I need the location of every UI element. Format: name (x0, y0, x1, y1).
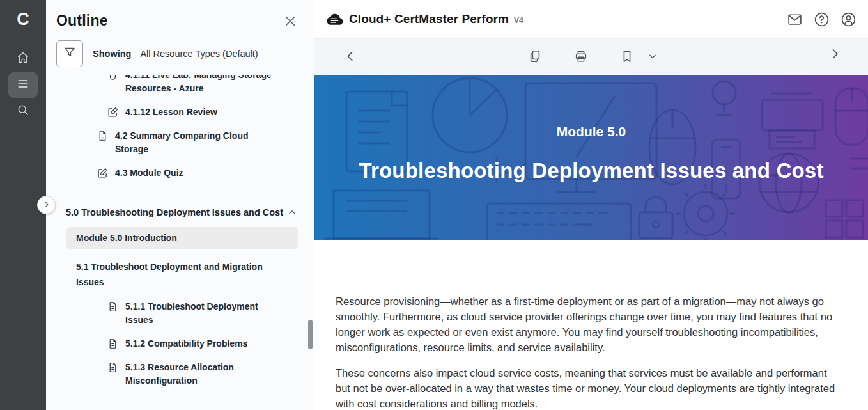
outline-section-5-0[interactable]: 5.0 Troubleshooting Deployment Issues an… (46, 207, 314, 217)
search-button[interactable] (8, 99, 38, 124)
close-icon (283, 19, 297, 30)
panel-collapse-toggle[interactable] (37, 196, 56, 214)
outline-item-5-1-2[interactable]: 5.1.2 Compatibility Problems (46, 337, 314, 351)
copy-icon (528, 49, 542, 66)
outline-item-label: 5.1.1 Troubleshoot Deployment Issues (125, 300, 284, 327)
next-page-button[interactable] (829, 49, 846, 66)
chevron-right-icon (43, 200, 50, 211)
outline-item-5-1-4[interactable]: 5.1.4 Instance Configuration and (46, 398, 314, 400)
filter-showing-label: Showing (93, 49, 131, 59)
edit-icon (97, 168, 108, 178)
close-outline-button[interactable] (283, 14, 297, 28)
filter-button[interactable] (56, 40, 83, 67)
lesson-toolbar (314, 39, 868, 75)
envelope-icon (787, 19, 803, 29)
lesson-paragraph: Resource provisioning—whether as a first… (336, 294, 842, 355)
home-button[interactable] (8, 46, 38, 72)
mouse-icon (107, 75, 118, 81)
outline-item-label: 4.1.11 Live Lab: Managing Storage Resour… (125, 75, 284, 95)
chevron-up-icon (288, 208, 297, 217)
module-title: Troubleshooting Deployment Issues and Co… (359, 159, 823, 183)
edit-icon (107, 107, 118, 118)
chevron-down-icon (648, 52, 657, 63)
filter-current-value: All Resource Types (Default) (140, 49, 258, 59)
chevron-right-icon (830, 49, 844, 66)
previous-page-button[interactable] (342, 49, 359, 66)
outline-item-label: 4.1.12 Lesson Review (125, 106, 217, 119)
printer-icon (574, 49, 588, 66)
lesson-paragraph: These concerns also impact cloud service… (336, 365, 842, 410)
main-content-area: Cloud+ CertMaster Perform V4 (314, 0, 868, 410)
bookmark-dropdown-button[interactable] (644, 49, 661, 66)
outline-item-5-1-3[interactable]: 5.1.3 Resource Allocation Misconfigurati… (46, 361, 314, 388)
outline-item-4-1-12[interactable]: 4.1.12 Lesson Review (46, 106, 314, 119)
outline-item-5-1[interactable]: 5.1 Troubleshoot Deployment and Migratio… (46, 259, 314, 290)
course-title: Cloud+ CertMaster Perform (349, 12, 509, 26)
bookmark-icon (620, 49, 634, 66)
outline-panel-title: Outline (56, 12, 108, 29)
home-icon (17, 51, 29, 67)
app-window: C Outline (0, 0, 868, 410)
resource-filter: Showing All Resource Types (Default) (56, 40, 304, 67)
outline-item-4-3[interactable]: 4.3 Module Quiz (46, 166, 314, 180)
document-icon (107, 338, 118, 349)
section-label: 5.0 Troubleshooting Deployment Issues an… (66, 207, 283, 217)
print-button[interactable] (573, 49, 589, 66)
outline-list: 4.1.11 Live Lab: Managing Storage Resour… (46, 75, 314, 400)
search-icon (17, 104, 29, 119)
document-icon (107, 399, 118, 400)
module-banner: Module 5.0 Troubleshooting Deployment Is… (314, 75, 868, 240)
outline-item-label: 4.3 Module Quiz (115, 166, 183, 180)
outline-divider (55, 194, 298, 194)
question-circle-icon (814, 19, 830, 29)
outline-item-5-1-1[interactable]: 5.1.1 Troubleshoot Deployment Issues (46, 300, 314, 327)
outline-item-label: 4.2 Summary Comparing Cloud Storage (115, 129, 254, 156)
outline-menu-button[interactable] (8, 72, 38, 98)
outline-panel: Outline Showing All Resource Types (Defa… (46, 0, 314, 410)
document-icon (107, 362, 118, 373)
lesson-body: Resource provisioning—whether as a first… (314, 240, 868, 410)
chevron-left-icon (343, 49, 357, 66)
outline-item-module-5-0-intro[interactable]: Module 5.0 Introduction (66, 227, 298, 249)
cloud-brand-icon (326, 13, 343, 26)
messages-button[interactable] (787, 12, 803, 28)
app-logo: C (17, 6, 29, 32)
account-button[interactable] (841, 12, 856, 28)
hamburger-menu-icon (17, 77, 29, 93)
outline-item-label: 5.1.3 Resource Allocation Misconfigurati… (125, 361, 284, 388)
help-button[interactable] (814, 12, 830, 28)
course-header: Cloud+ CertMaster Perform V4 (314, 0, 868, 39)
outline-item-label: 5.1 Troubleshoot Deployment and Migratio… (76, 259, 275, 290)
funnel-filter-icon (63, 46, 76, 61)
module-number-label: Module 5.0 (557, 124, 626, 139)
document-icon (97, 130, 108, 141)
outline-item-label: 5.1.4 Instance Configuration and (125, 398, 263, 400)
outline-item-4-2[interactable]: 4.2 Summary Comparing Cloud Storage (46, 129, 314, 156)
outline-item-4-1-11[interactable]: 4.1.11 Live Lab: Managing Storage Resour… (46, 75, 314, 95)
bookmark-button[interactable] (619, 49, 635, 66)
outline-scrollbar-thumb[interactable] (308, 320, 313, 349)
outline-item-label: 5.1.2 Compatibility Problems (125, 337, 247, 351)
person-circle-icon (841, 19, 856, 29)
document-icon (107, 301, 118, 312)
outline-item-label: Module 5.0 Introduction (76, 233, 177, 243)
course-version: V4 (514, 16, 523, 25)
copy-button[interactable] (527, 49, 543, 66)
